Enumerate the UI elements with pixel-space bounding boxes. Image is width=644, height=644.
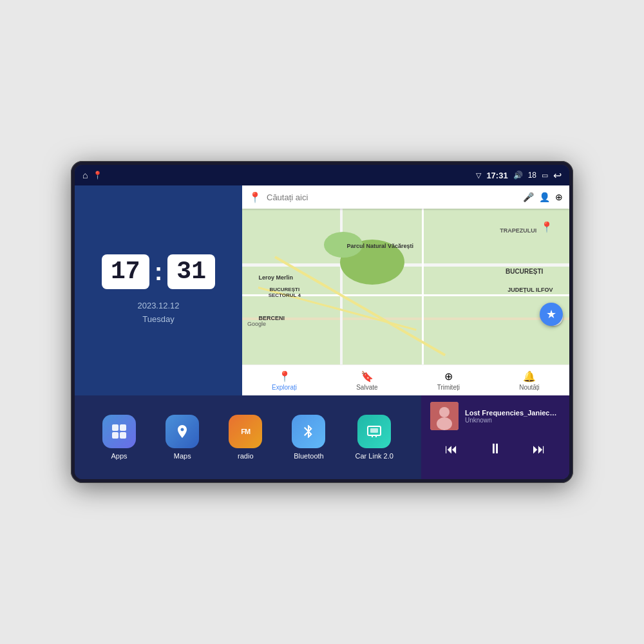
clock-hours: 17: [102, 254, 149, 289]
music-title: Lost Frequencies_Janieck Devy-...: [465, 409, 560, 417]
map-label-leroy: Leroy Merlin: [258, 274, 293, 281]
layers-icon[interactable]: ⊕: [555, 192, 563, 202]
saved-icon: 🔖: [361, 370, 374, 383]
radio-icon: FM: [229, 415, 262, 448]
maps-shortcut-icon[interactable]: 📍: [93, 171, 102, 180]
battery-icon: ▭: [542, 171, 548, 180]
app-item-bluetooth[interactable]: Bluetooth: [292, 415, 325, 460]
app-item-maps[interactable]: Maps: [166, 415, 199, 460]
google-logo: Google: [247, 321, 266, 327]
status-bar: ⌂ 📍 ▽ 17:31 🔊 18 ▭ ↩: [75, 165, 569, 185]
radio-label: radio: [238, 452, 253, 460]
svg-point-9: [439, 407, 450, 417]
svg-rect-6: [372, 435, 373, 437]
explore-icon: 📍: [278, 370, 291, 383]
map-label-parcul: Parcul Natural Văcărești: [347, 243, 414, 249]
svg-rect-0: [112, 424, 118, 431]
battery-level: 18: [528, 171, 536, 180]
clock-colon: :: [155, 260, 163, 284]
map-search-bar: 📍 🎤 👤 ⊕: [242, 185, 569, 209]
music-next-button[interactable]: ⏭: [527, 439, 551, 459]
home-icon[interactable]: ⌂: [82, 170, 88, 180]
music-text: Lost Frequencies_Janieck Devy-... Unknow…: [465, 409, 560, 424]
map-label-ilfov: JUDEȚUL ILFOV: [507, 287, 553, 293]
share-icon: ⊕: [444, 370, 453, 383]
status-left-icons: ⌂ 📍: [82, 170, 102, 180]
top-section: 17 : 31 2023.12.12 Tuesday 📍: [75, 185, 569, 395]
back-icon[interactable]: ↩: [553, 169, 562, 182]
account-icon[interactable]: 👤: [539, 192, 550, 202]
apps-label: Apps: [111, 452, 128, 460]
music-section: Lost Frequencies_Janieck Devy-... Unknow…: [421, 395, 569, 479]
svg-point-10: [437, 417, 452, 430]
bottom-section: Apps Maps FM radio: [75, 395, 569, 479]
app-item-apps[interactable]: Apps: [102, 415, 136, 460]
music-artist: Unknown: [465, 417, 560, 424]
app-item-carlink[interactable]: Car Link 2.0: [355, 415, 393, 460]
svg-rect-1: [120, 424, 126, 431]
map-marker-icon: 📍: [249, 191, 261, 204]
map-search-input[interactable]: [267, 193, 518, 202]
news-icon: 🔔: [523, 370, 536, 383]
music-play-button[interactable]: ⏸: [483, 438, 507, 460]
screen: ⌂ 📍 ▽ 17:31 🔊 18 ▭ ↩ 17 :: [75, 165, 569, 479]
map-label-bucuresti: BUCUREȘTI: [506, 268, 543, 275]
svg-rect-2: [112, 432, 118, 439]
status-right-info: ▽ 17:31 🔊 18 ▭ ↩: [476, 169, 562, 182]
map-background: Parcul Natural Văcărești Leroy Merlin BU…: [242, 209, 569, 365]
svg-rect-7: [375, 435, 377, 437]
clock-panel: 17 : 31 2023.12.12 Tuesday: [75, 185, 242, 395]
map-nav-explore[interactable]: 📍 Explorați: [272, 370, 297, 391]
map-destination-pin: 📍: [540, 221, 553, 233]
carlink-icon: [357, 415, 391, 448]
clock-display: 17 : 31: [102, 254, 215, 289]
music-prev-button[interactable]: ⏮: [440, 439, 463, 459]
bluetooth-label: Bluetooth: [294, 452, 323, 460]
map-search-actions: 🎤 👤 ⊕: [523, 192, 563, 202]
map-panel[interactable]: 📍 🎤 👤 ⊕: [242, 185, 569, 395]
bluetooth-icon: [292, 415, 325, 448]
clock-date: 2023.12.12 Tuesday: [137, 299, 179, 327]
music-thumbnail: [430, 402, 459, 430]
map-navigate-button[interactable]: ★: [540, 303, 563, 326]
signal-icon: ▽: [476, 171, 481, 180]
apps-section: Apps Maps FM radio: [75, 395, 421, 479]
map-area[interactable]: Parcul Natural Văcărești Leroy Merlin BU…: [242, 209, 569, 365]
app-item-radio[interactable]: FM radio: [229, 415, 262, 460]
maps-icon: [166, 415, 199, 448]
svg-rect-5: [370, 428, 378, 433]
clock-minutes: 31: [167, 254, 215, 289]
map-nav-share[interactable]: ⊕ Trimiteți: [437, 370, 460, 391]
status-time: 17:31: [486, 171, 507, 180]
device-frame: ⌂ 📍 ▽ 17:31 🔊 18 ▭ ↩ 17 :: [71, 161, 573, 483]
map-nav-news[interactable]: 🔔 Noutăți: [519, 370, 540, 391]
mic-icon[interactable]: 🎤: [523, 192, 534, 202]
main-content: 17 : 31 2023.12.12 Tuesday 📍: [75, 185, 569, 479]
map-bottom-nav: 📍 Explorați 🔖 Salvate ⊕ Trimiteți 🔔: [242, 365, 569, 395]
map-nav-saved[interactable]: 🔖 Salvate: [356, 370, 377, 391]
maps-label: Maps: [174, 452, 191, 460]
apps-icon: [102, 415, 136, 448]
music-controls: ⏮ ⏸ ⏭: [430, 435, 560, 462]
svg-rect-3: [120, 432, 126, 439]
carlink-label: Car Link 2.0: [355, 452, 393, 460]
music-info: Lost Frequencies_Janieck Devy-... Unknow…: [430, 402, 560, 430]
map-label-trapezului: TRAPEZULUI: [500, 227, 536, 234]
volume-icon: 🔊: [513, 171, 523, 180]
map-label-sector4: BUCUREȘTISECTORUL 4: [269, 287, 301, 298]
